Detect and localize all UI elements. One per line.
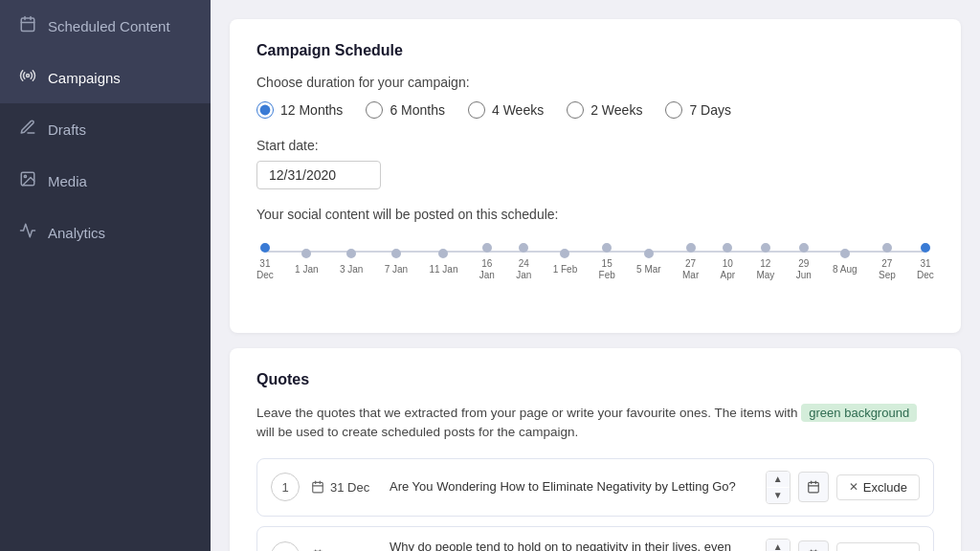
duration-2weeks[interactable]: 2 Weeks [567, 101, 642, 119]
timeline-label-12: 12 May [756, 258, 774, 281]
campaign-schedule-title: Campaign Schedule [256, 42, 934, 59]
exclude-btn-2[interactable]: ✕ Exclude [836, 542, 920, 551]
quotes-card: Quotes Leave the quotes that we extracte… [230, 348, 961, 551]
timeline-dot-2 [346, 249, 356, 258]
timeline-point-7: 1 Feb [553, 249, 578, 276]
duration-7days[interactable]: 7 Days [665, 101, 731, 119]
radio-2weeks[interactable] [567, 101, 584, 119]
timeline-label-2: 3 Jan [340, 264, 363, 276]
timeline-label-10: 27 Mar [682, 258, 699, 281]
start-date-input[interactable] [256, 161, 381, 189]
sidebar-item-campaigns[interactable]: Campaigns [0, 52, 211, 103]
schedule-label: Your social content will be posted on th… [256, 207, 934, 222]
timeline-dot-15 [882, 243, 892, 253]
down-btn-1[interactable]: ▼ [767, 488, 790, 503]
quote-number-1: 1 [271, 473, 300, 501]
radio-4weeks[interactable] [468, 101, 485, 119]
schedule-icon-2[interactable] [798, 540, 829, 551]
timeline-point-2: 3 Jan [340, 249, 363, 276]
image-icon [19, 170, 36, 191]
quote-actions-1: ▲ ▼ ✕ Exclude [766, 471, 920, 504]
sidebar-item-media[interactable]: Media [0, 155, 211, 207]
sidebar-item-scheduled-content[interactable]: Scheduled Content [0, 0, 211, 52]
radio-7days[interactable] [665, 101, 682, 119]
timeline-dot-10 [686, 243, 696, 253]
duration-7days-label: 7 Days [689, 102, 731, 118]
duration-4weeks[interactable]: 4 Weeks [468, 101, 544, 119]
timeline-label-4: 11 Jan [429, 264, 457, 276]
sidebar-item-label-campaigns: Campaigns [48, 70, 121, 86]
timeline-label-5: 16 Jan [479, 258, 495, 281]
calendar-icon [19, 15, 36, 36]
up-down-2[interactable]: ▲ ▼ [766, 539, 791, 551]
up-btn-1[interactable]: ▲ [767, 472, 790, 487]
timeline-point-16: 31 Dec [917, 243, 934, 281]
campaign-schedule-card: Campaign Schedule Choose duration for yo… [230, 19, 961, 333]
quote-item-2: 2 1 Jan Why do people tend to hold on to… [256, 526, 934, 552]
timeline-label-0: 31 Dec [256, 258, 274, 281]
duration-4weeks-label: 4 Weeks [492, 102, 544, 118]
start-date-label: Start date: [256, 138, 934, 153]
timeline-dot-14 [840, 249, 850, 258]
quote-date-text-1: 31 Dec [330, 480, 369, 495]
timeline-label-13: 29 Jun [796, 258, 812, 281]
quote-text-1: Are You Wondering How to Eliminate Negat… [390, 478, 754, 496]
radio-6months[interactable] [366, 101, 383, 119]
duration-label: Choose duration for your campaign: [256, 75, 934, 90]
duration-2weeks-label: 2 Weeks [590, 102, 642, 118]
timeline-point-6: 24 Jan [516, 243, 531, 281]
sidebar: Scheduled Content Campaigns Drafts Media… [0, 0, 211, 551]
green-highlight: green background [801, 404, 917, 422]
timeline-label-16: 31 Dec [917, 258, 934, 281]
timeline: 31 Dec1 Jan3 Jan7 Jan11 Jan16 Jan24 Jan1… [256, 233, 934, 310]
timeline-dot-12 [761, 243, 770, 253]
timeline-label-9: 5 Mar [636, 264, 661, 276]
duration-12months-label: 12 Months [280, 102, 343, 118]
quote-text-2: Why do people tend to hold on to negativ… [390, 539, 754, 552]
timeline-point-4: 11 Jan [429, 249, 457, 276]
calendar-icon-1 [311, 480, 324, 494]
timeline-label-3: 7 Jan [385, 264, 408, 276]
quote-item-1: 1 31 Dec Are You Wondering How to Elimin… [256, 458, 934, 517]
timeline-label-15: 27 Sep [879, 258, 896, 281]
quotes-title: Quotes [256, 371, 934, 388]
timeline-label-8: 15 Feb [599, 258, 615, 281]
analytics-icon [19, 222, 36, 243]
timeline-dot-11 [723, 243, 732, 253]
duration-6months[interactable]: 6 Months [366, 101, 445, 119]
duration-12months[interactable]: 12 Months [256, 101, 343, 119]
sidebar-item-label-scheduled-content: Scheduled Content [48, 18, 170, 34]
svg-rect-0 [21, 18, 34, 32]
timeline-point-11: 10 Apr [721, 243, 736, 281]
timeline-point-14: 8 Aug [833, 249, 858, 276]
exclude-btn-1[interactable]: ✕ Exclude [836, 474, 920, 500]
quote-date-1: 31 Dec [311, 480, 378, 495]
timeline-label-1: 1 Jan [295, 264, 318, 276]
sidebar-item-label-media: Media [48, 173, 87, 189]
radio-12months[interactable] [256, 101, 274, 119]
timeline-label-6: 24 Jan [516, 258, 531, 281]
svg-point-6 [24, 175, 26, 177]
timeline-dot-5 [482, 243, 492, 253]
svg-point-4 [27, 75, 30, 77]
timeline-point-15: 27 Sep [879, 243, 896, 281]
up-down-1[interactable]: ▲ ▼ [766, 471, 791, 504]
timeline-dot-8 [602, 243, 612, 253]
sidebar-item-analytics[interactable]: Analytics [0, 207, 211, 258]
timeline-point-13: 29 Jun [796, 243, 812, 281]
timeline-point-3: 7 Jan [385, 249, 408, 276]
sidebar-item-drafts[interactable]: Drafts [0, 103, 211, 155]
sidebar-item-label-analytics: Analytics [48, 225, 105, 241]
timeline-dot-3 [391, 249, 401, 258]
svg-rect-7 [313, 482, 323, 492]
timeline-dot-7 [560, 249, 569, 258]
quotes-desc-after: will be used to create scheduled posts f… [256, 425, 578, 439]
timeline-point-1: 1 Jan [295, 249, 318, 276]
timeline-dot-9 [644, 249, 654, 258]
timeline-label-7: 1 Feb [553, 264, 578, 276]
timeline-dot-16 [921, 243, 930, 253]
main-content: Campaign Schedule Choose duration for yo… [211, 0, 980, 551]
schedule-icon-1[interactable] [798, 472, 829, 502]
timeline-label-14: 8 Aug [833, 264, 858, 276]
up-btn-2[interactable]: ▲ [767, 540, 790, 551]
